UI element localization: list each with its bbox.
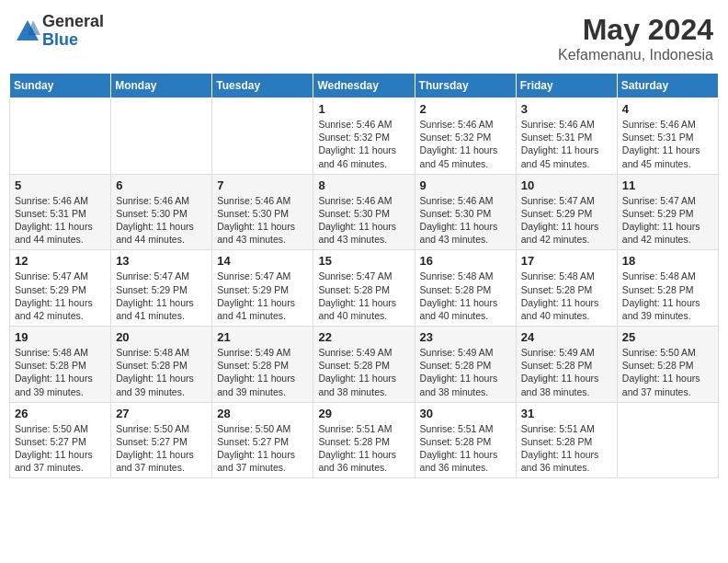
day-info: Sunrise: 5:49 AMSunset: 5:28 PMDaylight:… xyxy=(521,346,612,398)
day-number: 28 xyxy=(217,407,308,420)
day-info: Sunrise: 5:50 AMSunset: 5:27 PMDaylight:… xyxy=(217,422,308,475)
day-number: 31 xyxy=(521,407,612,420)
calendar-cell: 8Sunrise: 5:46 AMSunset: 5:30 PMDaylight… xyxy=(313,174,415,250)
day-info: Sunrise: 5:47 AMSunset: 5:29 PMDaylight:… xyxy=(15,270,106,322)
day-info: Sunrise: 5:47 AMSunset: 5:28 PMDaylight:… xyxy=(318,270,409,322)
calendar-cell: 21Sunrise: 5:49 AMSunset: 5:28 PMDayligh… xyxy=(212,327,313,403)
day-number: 12 xyxy=(15,254,106,268)
day-number: 30 xyxy=(420,407,511,420)
calendar-cell: 6Sunrise: 5:46 AMSunset: 5:30 PMDaylight… xyxy=(111,174,212,250)
calendar-cell: 13Sunrise: 5:47 AMSunset: 5:29 PMDayligh… xyxy=(111,250,212,327)
calendar-header-row: SundayMondayTuesdayWednesdayThursdayFrid… xyxy=(10,74,719,98)
calendar-cell: 25Sunrise: 5:50 AMSunset: 5:28 PMDayligh… xyxy=(617,327,718,403)
calendar-cell: 17Sunrise: 5:48 AMSunset: 5:28 PMDayligh… xyxy=(516,250,617,327)
calendar-cell: 1Sunrise: 5:46 AMSunset: 5:32 PMDaylight… xyxy=(313,98,415,175)
logo-icon xyxy=(15,18,40,44)
calendar-cell: 29Sunrise: 5:51 AMSunset: 5:28 PMDayligh… xyxy=(313,402,415,478)
day-info: Sunrise: 5:48 AMSunset: 5:28 PMDaylight:… xyxy=(116,346,207,398)
day-number: 14 xyxy=(217,254,308,268)
calendar-cell: 28Sunrise: 5:50 AMSunset: 5:27 PMDayligh… xyxy=(212,402,313,478)
day-info: Sunrise: 5:46 AMSunset: 5:31 PMDaylight:… xyxy=(15,194,106,247)
day-info: Sunrise: 5:48 AMSunset: 5:28 PMDaylight:… xyxy=(622,270,713,322)
day-info: Sunrise: 5:51 AMSunset: 5:28 PMDaylight:… xyxy=(318,422,409,475)
day-number: 17 xyxy=(521,254,612,268)
day-number: 20 xyxy=(116,330,207,344)
day-number: 3 xyxy=(521,102,612,116)
calendar-cell: 18Sunrise: 5:48 AMSunset: 5:28 PMDayligh… xyxy=(617,250,718,327)
calendar-cell: 4Sunrise: 5:46 AMSunset: 5:31 PMDaylight… xyxy=(617,98,718,175)
day-info: Sunrise: 5:48 AMSunset: 5:28 PMDaylight:… xyxy=(15,346,106,398)
calendar-cell xyxy=(10,98,111,175)
calendar-cell: 9Sunrise: 5:46 AMSunset: 5:30 PMDaylight… xyxy=(415,174,516,250)
calendar-week-row: 12Sunrise: 5:47 AMSunset: 5:29 PMDayligh… xyxy=(10,250,719,327)
day-header-friday: Friday xyxy=(516,74,617,98)
day-info: Sunrise: 5:49 AMSunset: 5:28 PMDaylight:… xyxy=(420,346,511,398)
day-info: Sunrise: 5:47 AMSunset: 5:29 PMDaylight:… xyxy=(116,270,207,322)
calendar-cell xyxy=(617,402,718,478)
calendar-cell: 20Sunrise: 5:48 AMSunset: 5:28 PMDayligh… xyxy=(111,327,212,403)
day-number: 16 xyxy=(420,254,511,268)
day-info: Sunrise: 5:51 AMSunset: 5:28 PMDaylight:… xyxy=(420,422,511,475)
day-info: Sunrise: 5:50 AMSunset: 5:27 PMDaylight:… xyxy=(116,422,207,475)
calendar-subtitle: Kefamenanu, Indonesia xyxy=(558,47,713,63)
day-header-tuesday: Tuesday xyxy=(212,74,313,98)
day-info: Sunrise: 5:47 AMSunset: 5:29 PMDaylight:… xyxy=(521,194,612,247)
calendar-cell: 16Sunrise: 5:48 AMSunset: 5:28 PMDayligh… xyxy=(415,250,516,327)
day-header-monday: Monday xyxy=(111,74,212,98)
day-info: Sunrise: 5:50 AMSunset: 5:27 PMDaylight:… xyxy=(15,422,106,475)
day-number: 9 xyxy=(420,178,511,192)
day-number: 2 xyxy=(420,102,511,116)
day-info: Sunrise: 5:47 AMSunset: 5:29 PMDaylight:… xyxy=(622,194,713,247)
day-number: 8 xyxy=(318,178,409,192)
day-info: Sunrise: 5:46 AMSunset: 5:30 PMDaylight:… xyxy=(318,194,409,247)
day-info: Sunrise: 5:47 AMSunset: 5:29 PMDaylight:… xyxy=(217,270,308,322)
day-number: 15 xyxy=(318,254,409,268)
calendar-week-row: 26Sunrise: 5:50 AMSunset: 5:27 PMDayligh… xyxy=(10,402,719,478)
day-number: 1 xyxy=(318,102,409,116)
calendar-cell xyxy=(212,98,313,175)
calendar-cell xyxy=(111,98,212,175)
day-number: 4 xyxy=(622,102,713,116)
day-number: 27 xyxy=(116,407,207,420)
day-info: Sunrise: 5:46 AMSunset: 5:30 PMDaylight:… xyxy=(420,194,511,247)
calendar-cell: 24Sunrise: 5:49 AMSunset: 5:28 PMDayligh… xyxy=(516,327,617,403)
calendar-cell: 22Sunrise: 5:49 AMSunset: 5:28 PMDayligh… xyxy=(313,327,415,403)
day-info: Sunrise: 5:50 AMSunset: 5:28 PMDaylight:… xyxy=(622,346,713,398)
day-number: 22 xyxy=(318,330,409,344)
calendar-cell: 7Sunrise: 5:46 AMSunset: 5:30 PMDaylight… xyxy=(212,174,313,250)
calendar-title: May 2024 xyxy=(558,13,713,47)
day-number: 26 xyxy=(15,407,106,420)
day-number: 13 xyxy=(116,254,207,268)
calendar-cell: 5Sunrise: 5:46 AMSunset: 5:31 PMDaylight… xyxy=(10,174,111,250)
calendar-week-row: 1Sunrise: 5:46 AMSunset: 5:32 PMDaylight… xyxy=(10,98,719,175)
calendar-week-row: 19Sunrise: 5:48 AMSunset: 5:28 PMDayligh… xyxy=(10,327,719,403)
calendar-cell: 19Sunrise: 5:48 AMSunset: 5:28 PMDayligh… xyxy=(10,327,111,403)
day-info: Sunrise: 5:49 AMSunset: 5:28 PMDaylight:… xyxy=(217,346,308,398)
day-header-wednesday: Wednesday xyxy=(313,74,415,98)
calendar-cell: 31Sunrise: 5:51 AMSunset: 5:28 PMDayligh… xyxy=(516,402,617,478)
day-number: 6 xyxy=(116,178,207,192)
calendar-cell: 3Sunrise: 5:46 AMSunset: 5:31 PMDaylight… xyxy=(516,98,617,175)
calendar-cell: 12Sunrise: 5:47 AMSunset: 5:29 PMDayligh… xyxy=(10,250,111,327)
day-info: Sunrise: 5:46 AMSunset: 5:31 PMDaylight:… xyxy=(521,118,612,170)
calendar-cell: 2Sunrise: 5:46 AMSunset: 5:32 PMDaylight… xyxy=(415,98,516,175)
calendar-cell: 10Sunrise: 5:47 AMSunset: 5:29 PMDayligh… xyxy=(516,174,617,250)
day-info: Sunrise: 5:46 AMSunset: 5:30 PMDaylight:… xyxy=(116,194,207,247)
day-number: 11 xyxy=(622,178,713,192)
calendar-week-row: 5Sunrise: 5:46 AMSunset: 5:31 PMDaylight… xyxy=(10,174,719,250)
logo: General Blue xyxy=(15,13,104,50)
calendar-table: SundayMondayTuesdayWednesdayThursdayFrid… xyxy=(9,73,719,478)
day-info: Sunrise: 5:46 AMSunset: 5:30 PMDaylight:… xyxy=(217,194,308,247)
day-number: 24 xyxy=(521,330,612,344)
day-info: Sunrise: 5:48 AMSunset: 5:28 PMDaylight:… xyxy=(420,270,511,322)
day-info: Sunrise: 5:48 AMSunset: 5:28 PMDaylight:… xyxy=(521,270,612,322)
day-number: 19 xyxy=(15,330,106,344)
day-info: Sunrise: 5:46 AMSunset: 5:32 PMDaylight:… xyxy=(420,118,511,170)
day-number: 23 xyxy=(420,330,511,344)
day-number: 5 xyxy=(15,178,106,192)
calendar-cell: 15Sunrise: 5:47 AMSunset: 5:28 PMDayligh… xyxy=(313,250,415,327)
day-info: Sunrise: 5:51 AMSunset: 5:28 PMDaylight:… xyxy=(521,422,612,475)
calendar-cell: 30Sunrise: 5:51 AMSunset: 5:28 PMDayligh… xyxy=(415,402,516,478)
title-block: May 2024 Kefamenanu, Indonesia xyxy=(558,13,713,63)
calendar-cell: 14Sunrise: 5:47 AMSunset: 5:29 PMDayligh… xyxy=(212,250,313,327)
